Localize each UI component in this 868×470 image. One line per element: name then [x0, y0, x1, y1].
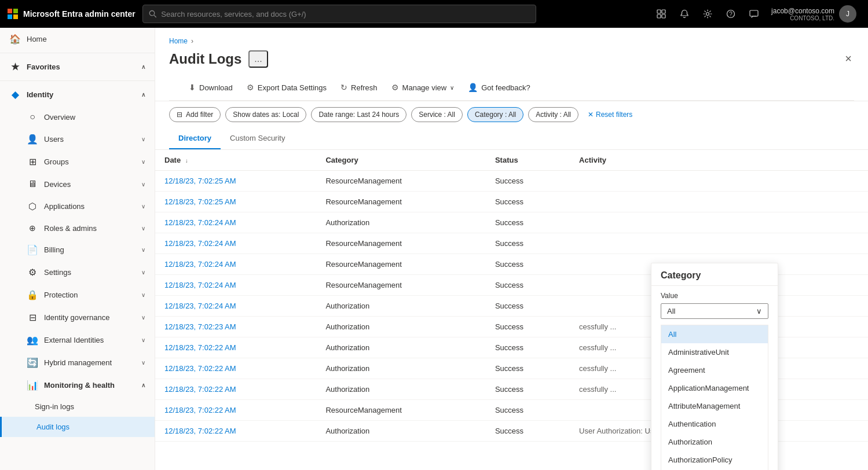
search-bar[interactable]	[142, 5, 536, 23]
sidebar-item-identity[interactable]: ◆ Identity ∧	[0, 83, 155, 106]
bell-icon[interactable]	[674, 3, 695, 24]
search-input[interactable]	[161, 10, 529, 19]
activity-filter[interactable]: Activity : All	[528, 107, 578, 122]
more-options-button[interactable]: ...	[248, 50, 268, 68]
svg-rect-8	[657, 14, 661, 18]
sidebar-item-identity-gov[interactable]: ⊟ Identity governance ∨	[0, 306, 155, 329]
date-link[interactable]: 12/18/23, 7:02:24 AM	[164, 302, 236, 310]
close-button[interactable]: ×	[843, 50, 854, 68]
dropdown-item[interactable]: Agreement	[661, 361, 768, 379]
feedback-icon[interactable]	[744, 3, 764, 24]
external-chevron: ∨	[141, 337, 145, 343]
dropdown-item[interactable]: All	[661, 325, 768, 343]
user-menu[interactable]: jacob@contoso.com CONTOSO, LTD. J	[767, 3, 861, 25]
date-link[interactable]: 12/18/23, 7:02:22 AM	[164, 406, 236, 414]
top-nav-icons: ? jacob@contoso.com CONTOSO, LTD. J	[651, 3, 861, 25]
breadcrumb-home-link[interactable]: Home	[169, 37, 188, 45]
date-link[interactable]: 12/18/23, 7:02:22 AM	[164, 427, 236, 435]
svg-text:?: ?	[729, 11, 733, 17]
date-link[interactable]: 12/18/23, 7:02:22 AM	[164, 343, 236, 352]
sidebar-protection-label: Protection	[44, 291, 78, 299]
date-link[interactable]: 12/18/23, 7:02:24 AM	[164, 260, 236, 269]
sidebar-audit-logs-label: Audit logs	[36, 423, 69, 431]
sidebar-item-groups[interactable]: ⊞ Groups ∨	[0, 150, 155, 173]
dropdown-item[interactable]: ApplicationManagement	[661, 379, 768, 397]
devices-chevron: ∨	[141, 181, 145, 188]
search-icon	[149, 10, 157, 18]
dropdown-item[interactable]: Authentication	[661, 415, 768, 433]
date-link[interactable]: 12/18/23, 7:02:25 AM	[164, 177, 236, 185]
sidebar-divider-2	[0, 80, 155, 81]
add-filter-button[interactable]: ⊟ Add filter	[169, 107, 221, 122]
export-data-settings-button[interactable]: ⚙ Export Data Settings	[241, 79, 332, 96]
cell-date: 12/18/23, 7:02:23 AM	[155, 317, 316, 337]
date-link[interactable]: 12/18/23, 7:02:22 AM	[164, 385, 236, 394]
tab-directory[interactable]: Directory	[169, 128, 221, 149]
date-link[interactable]: 12/18/23, 7:02:24 AM	[164, 239, 236, 248]
sidebar-item-devices[interactable]: 🖥 Devices ∨	[0, 173, 155, 195]
protection-chevron: ∨	[141, 292, 145, 298]
sidebar-item-settings[interactable]: ⚙ Settings ∨	[0, 261, 155, 284]
sidebar: 🏠 Home ★ Favorites ∧ ◆ Identity ∧ ○ Over…	[0, 28, 155, 470]
refresh-button[interactable]: ↻ Refresh	[335, 79, 383, 96]
breadcrumb: Home ›	[169, 37, 854, 45]
cell-activity	[570, 233, 868, 254]
dropdown-item[interactable]: AuthorizationPolicy	[661, 451, 768, 469]
svg-rect-3	[13, 14, 18, 19]
hybrid-chevron: ∨	[141, 359, 145, 366]
cell-date: 12/18/23, 7:02:25 AM	[155, 171, 316, 192]
value-select-dropdown[interactable]: All ∨	[661, 303, 768, 319]
sidebar-item-overview[interactable]: ○ Overview	[0, 106, 155, 128]
sidebar-item-users[interactable]: 👤 Users ∨	[0, 128, 155, 150]
cell-category: Authorization	[316, 379, 486, 400]
dropdown-item[interactable]: Authorization	[661, 433, 768, 451]
sidebar-item-hybrid[interactable]: 🔄 Hybrid management ∨	[0, 351, 155, 374]
sidebar-item-signin-logs[interactable]: Sign-in logs	[0, 396, 155, 417]
settings-icon[interactable]	[697, 3, 718, 24]
dropdown-item[interactable]: AttributeManagement	[661, 397, 768, 415]
sidebar-item-external[interactable]: 👥 External Identities ∨	[0, 329, 155, 351]
help-icon[interactable]: ?	[720, 3, 741, 24]
manage-view-icon: ⚙	[391, 83, 399, 92]
reset-filters-button[interactable]: ✕ Reset filters	[583, 108, 637, 122]
identity-gov-icon: ⊟	[27, 312, 38, 323]
download-button[interactable]: ⬇ Download	[183, 79, 239, 96]
sidebar-item-favorites[interactable]: ★ Favorites ∧	[0, 56, 155, 78]
hybrid-icon: 🔄	[27, 357, 38, 368]
date-link[interactable]: 12/18/23, 7:02:24 AM	[164, 281, 236, 289]
table-row: 12/18/23, 7:02:24 AM Authorization Succe…	[155, 212, 868, 233]
manage-view-button[interactable]: ⚙ Manage view ∨	[386, 79, 460, 96]
date-link[interactable]: 12/18/23, 7:02:24 AM	[164, 218, 236, 227]
tab-custom-security[interactable]: Custom Security	[221, 128, 294, 149]
filters-row: ⊟ Add filter Show dates as: Local Date r…	[155, 101, 868, 128]
sidebar-item-roles[interactable]: ⊕ Roles & admins ∨	[0, 218, 155, 238]
show-dates-filter[interactable]: Show dates as: Local	[225, 107, 306, 122]
portal-icon[interactable]	[651, 3, 672, 24]
cell-category: ResourceManagement	[316, 400, 486, 421]
sidebar-item-applications[interactable]: ⬡ Applications ∨	[0, 195, 155, 218]
manage-view-chevron: ∨	[450, 85, 454, 91]
sidebar-item-monitoring[interactable]: 📊 Monitoring & health ∧	[0, 374, 155, 396]
groups-icon: ⊞	[27, 156, 38, 167]
table-header-row: Date ↓ Category Status Activity	[155, 150, 868, 171]
cell-date: 12/18/23, 7:02:22 AM	[155, 400, 316, 421]
date-range-filter[interactable]: Date range: Last 24 hours	[311, 107, 406, 122]
category-filter[interactable]: Category : All	[467, 107, 523, 122]
date-link[interactable]: 12/18/23, 7:02:25 AM	[164, 197, 236, 206]
sidebar-devices-label: Devices	[44, 180, 71, 189]
service-filter[interactable]: Service : All	[411, 107, 463, 122]
sidebar-item-billing[interactable]: 📄 Billing ∨	[0, 238, 155, 261]
sidebar-item-protection[interactable]: 🔒 Protection ∨	[0, 284, 155, 306]
monitoring-chevron: ∧	[141, 382, 145, 388]
sidebar-item-home[interactable]: 🏠 Home	[0, 28, 155, 50]
feedback-button[interactable]: 👤 Got feedback?	[462, 79, 536, 96]
billing-chevron: ∨	[141, 247, 145, 253]
cell-status: Success	[486, 192, 570, 212]
date-sort-icon[interactable]: ↓	[185, 157, 188, 164]
date-link[interactable]: 12/18/23, 7:02:23 AM	[164, 322, 236, 331]
roles-chevron: ∨	[141, 225, 145, 232]
dropdown-item[interactable]: AdministrativeUnit	[661, 343, 768, 361]
sidebar-item-audit-logs[interactable]: Audit logs	[0, 417, 155, 437]
date-link[interactable]: 12/18/23, 7:02:22 AM	[164, 364, 236, 373]
cell-date: 12/18/23, 7:02:24 AM	[155, 233, 316, 254]
